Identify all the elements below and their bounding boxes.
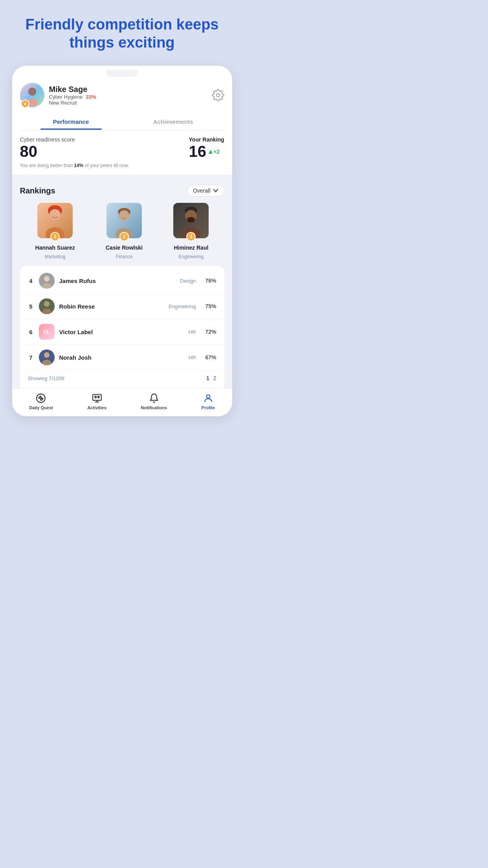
list-rank-4: 4 [28, 278, 34, 284]
list-rank-7: 7 [28, 354, 34, 361]
pagination-row: Showing 7/1208 1 2 [20, 370, 224, 386]
profile-nav-icon [203, 393, 214, 404]
list-pct-6: 72% [205, 329, 216, 335]
profile-left: ★ Mike Sage Cyber Hygiene 22% New Recrui… [20, 83, 96, 107]
svg-rect-32 [93, 394, 101, 400]
rank-badge-3: 3 [186, 232, 196, 241]
top3-item-1: 1 Hannah Suarez Marketing [35, 203, 75, 259]
list-item-7: 7 Norah Josh HR 67% [20, 345, 224, 370]
ranking-number: 16 [189, 143, 207, 160]
page-2[interactable]: 2 [213, 375, 216, 381]
cyber-score-label: Cyber readiness score [20, 136, 75, 143]
nav-item-daily-quest[interactable]: Daily Quest [29, 393, 53, 410]
list-rank-5: 5 [28, 303, 34, 310]
profile-course: Cyber Hygiene [49, 94, 83, 100]
ranking-value-row: 16 +2 [189, 143, 224, 160]
rankings-section: Rankings Overall [12, 178, 232, 388]
rankings-header: Rankings Overall [20, 185, 224, 197]
svg-marker-5 [209, 150, 213, 154]
list-dept-4: Design [180, 278, 196, 284]
svg-point-10 [50, 209, 61, 220]
list-rank-6: 6 [28, 329, 34, 335]
list-name-5: Robin Reese [59, 303, 164, 310]
top3-dept-2: Finance [116, 254, 133, 259]
profile-name: Mike Sage [49, 85, 96, 94]
profile-rank-title: New Recruit [49, 100, 96, 106]
star-badge: ★ [21, 99, 29, 108]
list-avatar-4 [39, 273, 55, 289]
course-row: Cyber Hygiene 22% [49, 94, 96, 100]
list-item-5: 5 Robin Reese Engineering 75% [20, 294, 224, 319]
gear-icon[interactable] [212, 89, 224, 101]
top3-row: 1 Hannah Suarez Marketing [20, 203, 224, 259]
nav-item-notifications[interactable]: Notifications [141, 393, 167, 410]
svg-point-26 [44, 301, 50, 307]
top3-item-2: 2 Casie Rowlski Finance [106, 203, 143, 259]
list-name-7: Norah Josh [59, 354, 184, 361]
daily-quest-icon [35, 393, 46, 404]
filter-label: Overall [193, 188, 210, 194]
list-section: 4 James Rufus Design 76% 5 [20, 266, 224, 388]
list-avatar-7 [39, 349, 55, 365]
svg-point-33 [206, 395, 210, 399]
page-nums: 1 2 [206, 375, 216, 381]
ranking-label: Your Ranking [189, 136, 224, 143]
tab-performance[interactable]: Performance [20, 114, 122, 130]
top3-dept-1: Marketing [45, 254, 66, 259]
nav-label-notifications: Notifications [141, 405, 167, 410]
page-1[interactable]: 1 [206, 375, 209, 381]
svg-point-3 [29, 88, 35, 95]
list-item-4: 4 James Rufus Design 76% [20, 268, 224, 294]
score-row: Cyber readiness score 80 Your Ranking 16… [20, 136, 224, 160]
list-name-4: James Rufus [59, 278, 176, 284]
rank-badge-1: 1 [50, 232, 60, 241]
nav-item-activities[interactable]: Activities [87, 393, 106, 410]
list-pct-5: 75% [205, 303, 216, 309]
notch-bar [106, 70, 138, 77]
rankings-title: Rankings [20, 186, 55, 195]
ranking-change: +2 [209, 149, 220, 155]
nav-label-daily-quest: Daily Quest [29, 405, 53, 410]
profile-section: ★ Mike Sage Cyber Hygiene 22% New Recrui… [12, 77, 232, 130]
svg-point-4 [216, 94, 220, 97]
ranking-group: Your Ranking 16 +2 [189, 136, 224, 160]
activities-icon [92, 393, 103, 404]
tab-achievements[interactable]: Achievements [122, 114, 224, 130]
top3-dept-3: Engineering [178, 254, 204, 259]
svg-point-29 [44, 352, 50, 358]
top3-item-3: 3 Himinez Raul Engineering [173, 203, 209, 259]
nav-item-profile[interactable]: Profile [202, 393, 215, 410]
top3-name-1: Hannah Suarez [35, 245, 75, 251]
top3-name-3: Himinez Raul [174, 245, 208, 251]
nav-label-profile: Profile [202, 405, 215, 410]
cyber-score-group: Cyber readiness score 80 [20, 136, 75, 160]
showing-text: Showing 7/1208 [28, 375, 64, 381]
top3-avatar-wrap-3: 3 [173, 203, 209, 238]
rank-badge-2: 2 [119, 232, 129, 241]
list-name-6: Victor Label [59, 329, 184, 335]
tabs: Performance Achievements [20, 114, 224, 130]
score-section: Cyber readiness score 80 Your Ranking 16… [12, 130, 232, 178]
notifications-icon [149, 393, 160, 404]
top3-avatar-wrap-2: 2 [106, 203, 142, 238]
bottom-nav: Daily Quest Activities Notifications [12, 388, 232, 416]
list-pct-4: 76% [205, 278, 216, 284]
avatar-wrap: ★ [20, 83, 44, 107]
peer-text: You are doing better than 14% of your pe… [20, 163, 224, 168]
phone-card: ★ Mike Sage Cyber Hygiene 22% New Recrui… [12, 66, 232, 416]
list-dept-5: Engineering [169, 303, 196, 309]
list-pct-7: 67% [205, 354, 216, 360]
rankings-filter-dropdown[interactable]: Overall [187, 185, 224, 197]
svg-point-23 [44, 276, 50, 281]
top3-avatar-wrap-1: 1 [37, 203, 73, 238]
svg-point-15 [119, 210, 129, 221]
svg-point-31 [40, 397, 42, 399]
nav-label-activities: Activities [87, 405, 106, 410]
phone-notch [12, 66, 232, 77]
top3-name-2: Casie Rowlski [106, 245, 143, 251]
list-avatar-6: VL [39, 324, 55, 340]
profile-header: ★ Mike Sage Cyber Hygiene 22% New Recrui… [20, 83, 224, 107]
list-avatar-5 [39, 298, 55, 314]
profile-course-pct: 22% [86, 94, 96, 100]
list-dept-6: HR [189, 329, 196, 335]
